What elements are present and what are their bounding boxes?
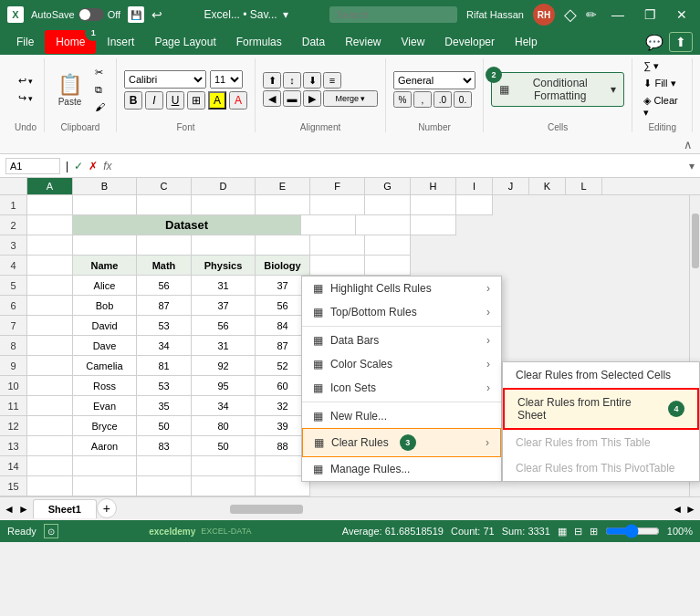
menu-help[interactable]: Help [506,32,547,52]
col-header-b[interactable]: B [73,178,137,194]
cell-g2[interactable] [411,215,456,235]
cell-b4-name[interactable]: Name [73,256,137,276]
share-button[interactable]: ⬆ [669,32,693,52]
cell-a5[interactable] [27,276,73,296]
row-header-6[interactable]: 6 [0,296,26,316]
fill-button[interactable]: ⬇ Fill ▾ [640,76,684,91]
cell-e1[interactable] [256,195,310,215]
align-bottom-button[interactable]: ⬇ [303,72,321,89]
cell-b7[interactable]: David [73,316,137,336]
scroll-h-right[interactable]: ► [685,503,696,516]
comment-icon[interactable]: 💬 [645,34,663,51]
col-header-j[interactable]: J [493,178,529,194]
zoom-slider[interactable] [605,524,660,538]
cell-a3[interactable] [27,235,73,256]
cell-d5[interactable]: 31 [192,276,256,296]
cell-a1[interactable] [27,195,73,215]
cell-f2[interactable] [356,215,411,235]
col-header-c[interactable]: C [137,178,192,194]
border-button[interactable]: ⊞ [187,91,205,110]
autosave-toggle[interactable]: AutoSave Off [31,8,120,21]
autosum-button[interactable]: ∑ ▾ [640,58,684,74]
title-dropdown-icon[interactable]: ▾ [283,8,288,21]
cell-reference-input[interactable] [5,158,60,174]
cf-menu-item-clearrules[interactable]: ▦ Clear Rules 3 › [302,428,501,457]
cell-d8[interactable]: 31 [192,336,256,356]
menu-formulas[interactable]: Formulas [227,32,291,52]
cell-d6[interactable]: 37 [192,296,256,316]
cell-a2[interactable] [27,215,73,235]
cell-b2-dataset[interactable]: Dataset [73,215,301,235]
row-header-11[interactable]: 11 [0,396,26,416]
redo-button[interactable]: ↪ ▾ [15,90,37,106]
cell-b3[interactable] [73,235,137,256]
cell-a11[interactable] [27,396,73,416]
cf-menu-item-colorscales[interactable]: ▦ Color Scales › [302,352,501,376]
cell-d1[interactable] [192,195,256,215]
cell-b5[interactable]: Alice [73,276,137,296]
cell-d11[interactable]: 34 [192,396,256,416]
cell-d10[interactable]: 95 [192,376,256,396]
cell-a13[interactable] [27,436,73,456]
cell-g1[interactable] [365,195,411,215]
cell-a7[interactable] [27,316,73,336]
col-header-a[interactable]: A [27,178,73,194]
menu-developer[interactable]: Developer [435,32,504,52]
cell-c12[interactable]: 50 [137,416,192,436]
row-header-2[interactable]: 2 [0,215,26,235]
sheet-tab-sheet1[interactable]: Sheet1 [33,499,97,518]
cell-b15[interactable] [73,476,137,496]
cell-b11[interactable]: Evan [73,396,137,416]
row-header-1[interactable]: 1 [0,195,26,215]
cell-e3[interactable] [256,235,310,256]
number-format-select[interactable]: General [393,71,475,89]
cut-button[interactable]: ✂ [91,65,109,80]
cell-e2[interactable] [301,215,356,235]
cell-c15[interactable] [137,476,192,496]
cell-d13[interactable]: 50 [192,436,256,456]
cell-c9[interactable]: 81 [137,356,192,376]
submenu-item-entire-sheet[interactable]: Clear Rules from Entire Sheet 4 [503,388,699,430]
decrease-decimal-button[interactable]: 0. [454,91,472,108]
copy-button[interactable]: ⧉ [91,82,109,98]
row-header-13[interactable]: 13 [0,436,26,456]
row-header-14[interactable]: 14 [0,456,26,476]
cell-d14[interactable] [192,456,256,476]
comma-button[interactable]: , [413,91,432,108]
cell-h1[interactable] [411,195,456,215]
underline-button[interactable]: U [166,91,184,110]
cell-f1[interactable] [310,195,365,215]
format-painter-button[interactable]: 🖌 [91,99,109,114]
cell-f3[interactable] [310,235,365,256]
cell-c11[interactable]: 35 [137,396,192,416]
cell-b13[interactable]: Aaron [73,436,137,456]
row-header-15[interactable]: 15 [0,476,26,496]
cell-g4[interactable] [365,256,411,276]
col-header-l[interactable]: L [566,178,602,194]
cell-i1[interactable] [456,195,493,215]
cell-f4[interactable] [310,256,365,276]
font-color-button[interactable]: A [229,91,247,110]
cell-a6[interactable] [27,296,73,316]
accessibility-icon[interactable]: ⊙ [44,524,58,538]
cell-c1[interactable] [137,195,192,215]
cf-menu-item-managerules[interactable]: ▦ Manage Rules... [302,457,501,481]
scrollbar-thumb[interactable] [692,214,699,268]
increase-decimal-button[interactable]: .0 [434,91,452,108]
cell-d9[interactable]: 92 [192,356,256,376]
row-header-10[interactable]: 10 [0,376,26,396]
clear-button[interactable]: ◈ Clear ▾ [640,93,684,120]
add-sheet-button[interactable]: + [97,498,117,518]
cell-b6[interactable]: Bob [73,296,137,316]
percent-button[interactable]: % [393,91,412,108]
row-header-7[interactable]: 7 [0,316,26,336]
cell-a10[interactable] [27,376,73,396]
view-break-icon[interactable]: ⊞ [590,526,598,538]
cell-d3[interactable] [192,235,256,256]
cell-b12[interactable]: Bryce [73,416,137,436]
col-header-h[interactable]: H [411,178,456,194]
cell-c13[interactable]: 83 [137,436,192,456]
cell-c8[interactable]: 34 [137,336,192,356]
row-header-3[interactable]: 3 [0,235,26,256]
merge-button[interactable]: Merge ▾ [323,90,378,107]
